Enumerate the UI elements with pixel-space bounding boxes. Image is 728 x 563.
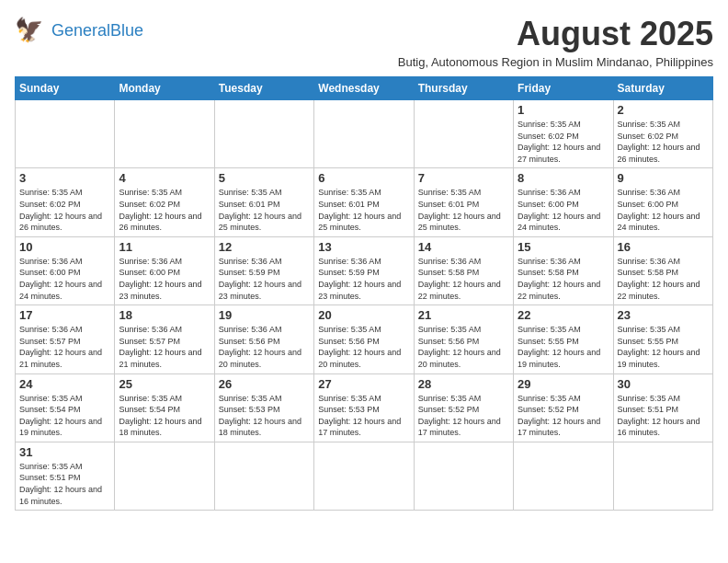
day-number: 6 [318,171,409,185]
day-info: Sunrise: 5:35 AM Sunset: 5:54 PM Dayligh… [119,393,210,439]
calendar-cell [514,442,613,510]
day-info: Sunrise: 5:36 AM Sunset: 5:56 PM Dayligh… [219,324,310,370]
calendar-cell: 21Sunrise: 5:35 AM Sunset: 5:56 PM Dayli… [414,305,513,373]
day-info: Sunrise: 5:36 AM Sunset: 5:57 PM Dayligh… [19,324,110,370]
main-title: August 2025 [398,15,713,53]
calendar-cell [16,100,115,168]
day-info: Sunrise: 5:36 AM Sunset: 5:57 PM Dayligh… [119,324,210,370]
calendar-cell: 28Sunrise: 5:35 AM Sunset: 5:52 PM Dayli… [414,373,513,442]
week-row-5: 31Sunrise: 5:35 AM Sunset: 5:51 PM Dayli… [16,442,713,510]
day-number: 28 [418,377,509,391]
logo-general: General [51,21,110,40]
svg-text:🦅: 🦅 [15,16,44,44]
day-number: 20 [318,308,409,322]
calendar-cell [314,442,414,510]
day-number: 1 [518,103,609,117]
weekday-header-wednesday: Wednesday [314,77,414,100]
day-info: Sunrise: 5:35 AM Sunset: 5:55 PM Dayligh… [618,324,709,370]
logo: 🦅 GeneralBlue [15,15,143,48]
day-info: Sunrise: 5:36 AM Sunset: 5:59 PM Dayligh… [318,256,409,302]
calendar-cell: 2Sunrise: 5:35 AM Sunset: 6:02 PM Daylig… [613,100,712,168]
day-info: Sunrise: 5:35 AM Sunset: 6:01 PM Dayligh… [219,187,310,233]
day-info: Sunrise: 5:35 AM Sunset: 6:01 PM Dayligh… [418,187,509,233]
day-info: Sunrise: 5:36 AM Sunset: 6:00 PM Dayligh… [518,187,609,233]
day-number: 14 [418,240,509,254]
day-info: Sunrise: 5:35 AM Sunset: 5:51 PM Dayligh… [19,461,110,507]
day-info: Sunrise: 5:35 AM Sunset: 6:02 PM Dayligh… [119,187,210,233]
day-info: Sunrise: 5:35 AM Sunset: 5:56 PM Dayligh… [418,324,509,370]
day-number: 27 [318,377,409,391]
day-number: 4 [119,171,210,185]
day-info: Sunrise: 5:36 AM Sunset: 5:58 PM Dayligh… [418,256,509,302]
calendar-cell [214,100,313,168]
calendar-cell: 19Sunrise: 5:36 AM Sunset: 5:56 PM Dayli… [214,305,313,373]
day-info: Sunrise: 5:35 AM Sunset: 6:01 PM Dayligh… [318,187,409,233]
day-number: 18 [119,308,210,322]
week-row-2: 10Sunrise: 5:36 AM Sunset: 6:00 PM Dayli… [16,236,713,304]
header: 🦅 GeneralBlue August 2025 Butig, Autonom… [15,15,713,69]
day-number: 19 [219,308,310,322]
calendar-cell: 26Sunrise: 5:35 AM Sunset: 5:53 PM Dayli… [214,373,313,442]
calendar-cell: 27Sunrise: 5:35 AM Sunset: 5:53 PM Dayli… [314,373,414,442]
day-info: Sunrise: 5:35 AM Sunset: 5:52 PM Dayligh… [518,393,609,439]
day-info: Sunrise: 5:35 AM Sunset: 6:02 PM Dayligh… [518,119,609,165]
weekday-header-sunday: Sunday [16,77,115,100]
subtitle: Butig, Autonomous Region in Muslim Minda… [398,55,713,69]
calendar-cell [414,100,513,168]
day-info: Sunrise: 5:36 AM Sunset: 5:58 PM Dayligh… [518,256,609,302]
calendar-cell [414,442,513,510]
calendar-cell: 23Sunrise: 5:35 AM Sunset: 5:55 PM Dayli… [613,305,712,373]
day-number: 8 [518,171,609,185]
day-info: Sunrise: 5:35 AM Sunset: 5:54 PM Dayligh… [19,393,110,439]
day-number: 22 [518,308,609,322]
day-number: 13 [318,240,409,254]
calendar-cell: 15Sunrise: 5:36 AM Sunset: 5:58 PM Dayli… [514,236,613,304]
day-info: Sunrise: 5:35 AM Sunset: 5:52 PM Dayligh… [418,393,509,439]
day-info: Sunrise: 5:35 AM Sunset: 5:53 PM Dayligh… [219,393,310,439]
day-number: 25 [119,377,210,391]
day-number: 30 [618,377,709,391]
calendar-cell [115,100,214,168]
calendar-cell: 12Sunrise: 5:36 AM Sunset: 5:59 PM Dayli… [214,236,313,304]
calendar-cell: 10Sunrise: 5:36 AM Sunset: 6:00 PM Dayli… [16,236,115,304]
calendar-cell [115,442,214,510]
weekday-header-monday: Monday [115,77,214,100]
calendar-cell: 30Sunrise: 5:35 AM Sunset: 5:51 PM Dayli… [613,373,712,442]
day-info: Sunrise: 5:36 AM Sunset: 6:00 PM Dayligh… [618,187,709,233]
calendar-cell: 16Sunrise: 5:36 AM Sunset: 5:58 PM Dayli… [613,236,712,304]
weekday-header-row: SundayMondayTuesdayWednesdayThursdayFrid… [16,77,713,100]
calendar-cell: 31Sunrise: 5:35 AM Sunset: 5:51 PM Dayli… [16,442,115,510]
day-info: Sunrise: 5:35 AM Sunset: 5:55 PM Dayligh… [518,324,609,370]
day-number: 10 [19,240,110,254]
day-number: 9 [618,171,709,185]
logo-icon: 🦅 [15,15,48,48]
week-row-3: 17Sunrise: 5:36 AM Sunset: 5:57 PM Dayli… [16,305,713,373]
day-number: 15 [518,240,609,254]
day-number: 16 [618,240,709,254]
day-number: 2 [618,103,709,117]
calendar-cell: 13Sunrise: 5:36 AM Sunset: 5:59 PM Dayli… [314,236,414,304]
calendar-cell [314,100,414,168]
calendar-cell: 7Sunrise: 5:35 AM Sunset: 6:01 PM Daylig… [414,168,513,236]
logo-text: GeneralBlue [51,22,143,40]
calendar-cell: 9Sunrise: 5:36 AM Sunset: 6:00 PM Daylig… [613,168,712,236]
calendar-cell: 11Sunrise: 5:36 AM Sunset: 6:00 PM Dayli… [115,236,214,304]
calendar-cell: 22Sunrise: 5:35 AM Sunset: 5:55 PM Dayli… [514,305,613,373]
day-info: Sunrise: 5:35 AM Sunset: 5:53 PM Dayligh… [318,393,409,439]
day-info: Sunrise: 5:36 AM Sunset: 5:58 PM Dayligh… [618,256,709,302]
calendar-cell: 8Sunrise: 5:36 AM Sunset: 6:00 PM Daylig… [514,168,613,236]
day-number: 29 [518,377,609,391]
title-block: August 2025 Butig, Autonomous Region in … [398,15,713,69]
weekday-header-saturday: Saturday [613,77,712,100]
day-info: Sunrise: 5:36 AM Sunset: 6:00 PM Dayligh… [119,256,210,302]
day-number: 21 [418,308,509,322]
day-info: Sunrise: 5:35 AM Sunset: 6:02 PM Dayligh… [19,187,110,233]
week-row-0: 1Sunrise: 5:35 AM Sunset: 6:02 PM Daylig… [16,100,713,168]
calendar-cell [613,442,712,510]
day-info: Sunrise: 5:35 AM Sunset: 5:56 PM Dayligh… [318,324,409,370]
weekday-header-tuesday: Tuesday [214,77,313,100]
day-info: Sunrise: 5:35 AM Sunset: 6:02 PM Dayligh… [618,119,709,165]
weekday-header-friday: Friday [514,77,613,100]
calendar-cell: 24Sunrise: 5:35 AM Sunset: 5:54 PM Dayli… [16,373,115,442]
day-number: 23 [618,308,709,322]
